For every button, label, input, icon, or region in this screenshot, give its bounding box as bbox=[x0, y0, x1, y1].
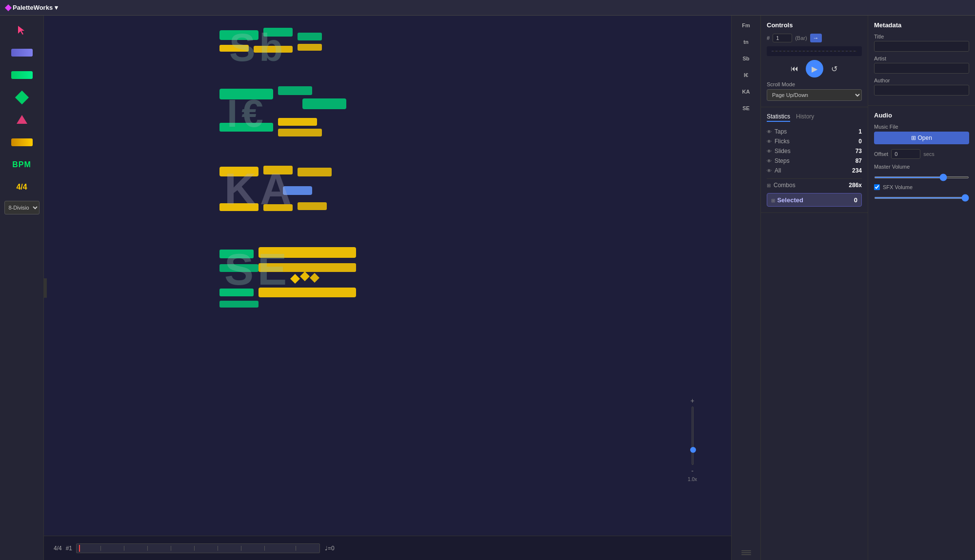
mini-nav-item-ka[interactable]: KA bbox=[733, 84, 759, 99]
green-note-icon bbox=[11, 71, 33, 79]
notes-mid1 bbox=[215, 84, 380, 142]
taps-value: 1 bbox=[858, 128, 862, 135]
zoom-track bbox=[692, 406, 694, 465]
svg-rect-22 bbox=[259, 247, 356, 258]
timeline-tick bbox=[124, 546, 124, 551]
combos-label: Combos bbox=[774, 182, 796, 189]
waveform-display bbox=[767, 46, 862, 56]
playback-controls: ⏮ ▶ ↺ bbox=[767, 60, 862, 77]
eye-icon-all: 👁 bbox=[767, 168, 772, 174]
diamond-note-icon bbox=[15, 91, 28, 104]
cursor-tool-button[interactable] bbox=[7, 21, 37, 39]
stat-row-slides: 👁 Slides 73 bbox=[767, 146, 862, 156]
arrow-note-tool-button[interactable] bbox=[7, 111, 37, 129]
mini-nav-item-fm[interactable]: Fm bbox=[733, 18, 759, 33]
collapse-panel-button[interactable]: › bbox=[44, 278, 47, 298]
svg-rect-5 bbox=[219, 45, 249, 52]
canvas-area[interactable]: Sb I€ KA SE › 4/4 #1 bbox=[44, 16, 731, 560]
green-note-tool-button[interactable] bbox=[7, 66, 37, 84]
app-logo bbox=[5, 4, 12, 11]
stat-row-flicks: 👁 Flicks 0 bbox=[767, 136, 862, 146]
scroll-mode-field: Scroll Mode Page Up/Down Continuous Fixe… bbox=[767, 81, 862, 101]
diamond-note-tool-button[interactable] bbox=[7, 89, 37, 106]
topbar: PaletteWorks ▾ bbox=[0, 0, 975, 16]
svg-marker-26 bbox=[300, 271, 310, 281]
title-input[interactable] bbox=[874, 41, 969, 52]
tab-statistics[interactable]: Statistics bbox=[767, 113, 790, 122]
master-volume-slider[interactable] bbox=[874, 176, 969, 178]
svg-rect-9 bbox=[219, 123, 273, 132]
author-input[interactable] bbox=[874, 85, 969, 96]
right-panel: Controls # (Bar) → ⏮ ▶ ↺ Scroll Mode Pag… bbox=[760, 16, 868, 560]
gold-bar-tool-button[interactable] bbox=[7, 134, 37, 151]
zoom-out-button[interactable]: - bbox=[691, 467, 694, 475]
svg-marker-27 bbox=[310, 273, 319, 283]
combos-value: 286x bbox=[849, 182, 862, 189]
sfx-volume-slider[interactable] bbox=[874, 197, 969, 199]
app-name[interactable]: PaletteWorks ▾ bbox=[6, 4, 58, 11]
svg-rect-30 bbox=[219, 301, 259, 308]
selected-label: Selected bbox=[777, 196, 803, 204]
steps-value: 87 bbox=[856, 157, 862, 164]
main-layout: BPM 4/4 8-Division 4-Division 16-Divisio… bbox=[0, 16, 975, 560]
metadata-title: Metadata bbox=[874, 21, 969, 29]
svg-rect-17 bbox=[219, 203, 259, 211]
controls-section: Controls # (Bar) → ⏮ ▶ ↺ Scroll Mode Pag… bbox=[761, 16, 868, 107]
svg-rect-8 bbox=[219, 89, 273, 99]
title-field: Title bbox=[874, 34, 969, 52]
all-label: All bbox=[775, 167, 781, 174]
blue-note-tool-button[interactable] bbox=[7, 44, 37, 61]
app-name-label: PaletteWorks bbox=[13, 4, 53, 11]
bar-type-label: (Bar) bbox=[795, 35, 807, 41]
replay-button[interactable]: ↺ bbox=[827, 61, 842, 76]
timeline-playhead bbox=[79, 545, 80, 552]
svg-rect-6 bbox=[254, 46, 293, 53]
bpm-tool-button[interactable]: BPM bbox=[7, 156, 37, 174]
svg-rect-2 bbox=[219, 30, 259, 40]
division-select[interactable]: 8-Division 4-Division 16-Division 32-Div… bbox=[4, 201, 40, 214]
scroll-mode-label: Scroll Mode bbox=[767, 81, 862, 87]
rewind-button[interactable]: ⏮ bbox=[787, 61, 802, 76]
zoom-level: 1.0x bbox=[688, 477, 697, 482]
timeline-track[interactable] bbox=[76, 543, 320, 553]
all-value: 234 bbox=[852, 167, 862, 174]
mini-nav: Fm tn Sb I€ KA SE bbox=[731, 16, 760, 560]
timeline-tick bbox=[218, 546, 218, 551]
scroll-mode-select[interactable]: Page Up/Down Continuous Fixed bbox=[767, 89, 862, 101]
master-volume-label: Master Volume bbox=[874, 164, 969, 170]
blue-note-icon bbox=[11, 49, 33, 57]
zoom-in-button[interactable]: + bbox=[690, 397, 694, 405]
sfx-volume-row: SFX Volume bbox=[874, 184, 969, 201]
artist-input[interactable] bbox=[874, 63, 969, 74]
eye-icon-flicks: 👁 bbox=[767, 139, 772, 144]
stats-tabs: Statistics History bbox=[767, 113, 862, 122]
app-dropdown-arrow[interactable]: ▾ bbox=[55, 4, 58, 11]
mini-nav-item-ie[interactable]: I€ bbox=[733, 67, 759, 83]
sfx-volume-checkbox[interactable] bbox=[874, 184, 880, 190]
play-button[interactable]: ▶ bbox=[806, 60, 823, 77]
open-music-button[interactable]: ⊞ Open bbox=[874, 132, 969, 144]
artist-field-label: Artist bbox=[874, 56, 969, 61]
bar-number-input[interactable] bbox=[773, 34, 792, 42]
mini-nav-item-se[interactable]: SE bbox=[733, 100, 759, 116]
bar-arrow-button[interactable]: → bbox=[810, 34, 822, 42]
mini-nav-item-tn[interactable]: tn bbox=[733, 34, 759, 50]
scroll-indicator bbox=[741, 550, 751, 555]
tab-history[interactable]: History bbox=[796, 113, 814, 122]
svg-rect-24 bbox=[259, 263, 356, 272]
offset-input[interactable] bbox=[891, 149, 920, 159]
svg-rect-23 bbox=[219, 264, 259, 272]
offset-row: Offset secs bbox=[874, 149, 969, 159]
timeline-tick bbox=[241, 546, 241, 551]
svg-rect-16 bbox=[298, 168, 332, 176]
stat-row-all: 👁 All 234 bbox=[767, 166, 862, 175]
timeline-bar: 4/4 #1 ♩=0 bbox=[44, 536, 731, 560]
svg-marker-1 bbox=[17, 115, 27, 124]
music-file-label: Music File bbox=[874, 124, 969, 130]
mini-nav-item-sb[interactable]: Sb bbox=[733, 51, 759, 66]
gold-bar-icon bbox=[11, 138, 33, 146]
author-field: Author bbox=[874, 77, 969, 96]
sfx-volume-label: SFX Volume bbox=[874, 184, 969, 190]
zoom-thumb[interactable] bbox=[690, 447, 696, 453]
time-sig-tool-button[interactable]: 4/4 bbox=[7, 178, 37, 196]
